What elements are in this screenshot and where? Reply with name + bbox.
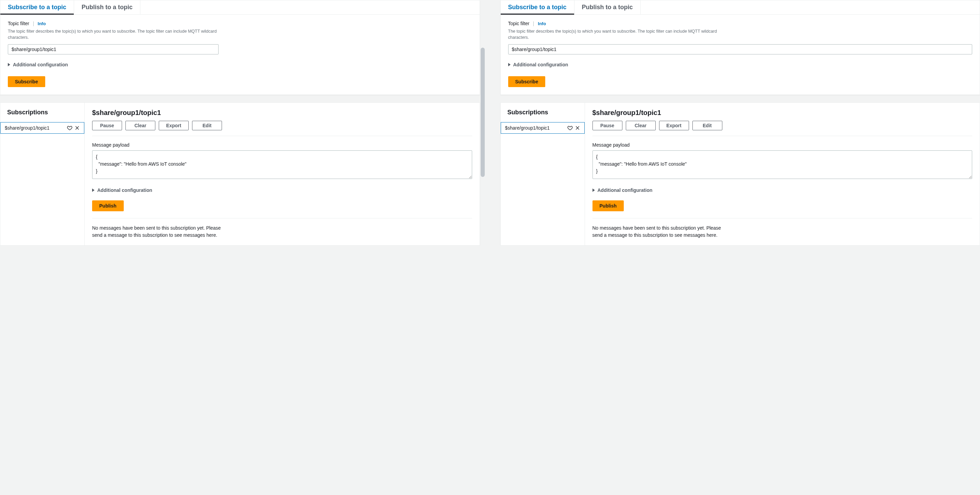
heart-icon[interactable] — [67, 125, 72, 131]
subscription-item[interactable]: $share/group1/topic1 — [0, 122, 84, 134]
additional-config-label-2: Additional configuration — [97, 187, 152, 193]
caret-right-icon — [8, 63, 10, 66]
additional-config-label-2: Additional configuration — [598, 187, 653, 193]
clear-button[interactable]: Clear — [126, 121, 155, 130]
payload-label: Message payload — [92, 142, 472, 148]
heart-icon[interactable] — [567, 125, 573, 131]
subscriptions-panel: Subscriptions $share/group1/topic1 $shar… — [0, 102, 480, 246]
caret-right-icon — [92, 188, 94, 192]
info-link[interactable]: Info — [38, 21, 46, 26]
payload-label: Message payload — [592, 142, 972, 148]
no-messages-text: No messages have been sent to this subsc… — [592, 225, 729, 239]
divider — [533, 21, 534, 26]
detail-title: $share/group1/topic1 — [592, 109, 972, 117]
pause-button[interactable]: Pause — [92, 121, 122, 130]
close-icon[interactable] — [575, 125, 580, 131]
additional-config-label: Additional configuration — [513, 62, 568, 67]
close-icon[interactable] — [75, 125, 80, 131]
tab-subscribe[interactable]: Subscribe to a topic — [0, 0, 74, 14]
clear-button[interactable]: Clear — [626, 121, 656, 130]
topic-filter-desc: The topic filter describes the topic(s) … — [508, 28, 719, 40]
tabs-bar: Subscribe to a topic Publish to a topic — [0, 0, 480, 14]
edit-button[interactable]: Edit — [192, 121, 222, 130]
scrollbar[interactable] — [480, 48, 485, 246]
subscribe-panel: Subscribe to a topic Publish to a topic … — [0, 0, 480, 95]
subscription-item[interactable]: $share/group1/topic1 — [501, 122, 585, 134]
publish-button[interactable]: Publish — [92, 200, 124, 211]
additional-config-toggle[interactable]: Additional configuration — [8, 62, 472, 67]
additional-config-toggle-2[interactable]: Additional configuration — [92, 187, 472, 193]
topic-filter-label: Topic filter — [508, 21, 530, 26]
subscriptions-title: Subscriptions — [0, 109, 84, 122]
subscription-item-name: $share/group1/topic1 — [505, 125, 550, 131]
tab-publish[interactable]: Publish to a topic — [74, 0, 140, 14]
publish-button[interactable]: Publish — [592, 200, 624, 211]
no-messages-text: No messages have been sent to this subsc… — [92, 225, 228, 239]
topic-filter-input[interactable] — [8, 44, 219, 54]
topic-filter-input[interactable] — [508, 44, 972, 54]
info-link[interactable]: Info — [538, 21, 546, 26]
topic-filter-desc: The topic filter describes the topic(s) … — [8, 28, 219, 40]
detail-title: $share/group1/topic1 — [92, 109, 472, 117]
additional-config-label: Additional configuration — [13, 62, 68, 67]
additional-config-toggle-2[interactable]: Additional configuration — [592, 187, 972, 193]
export-button[interactable]: Export — [159, 121, 189, 130]
subscriptions-panel: Subscriptions $share/group1/topic1 $shar… — [500, 102, 980, 246]
edit-button[interactable]: Edit — [692, 121, 722, 130]
subscribe-button[interactable]: Subscribe — [8, 76, 45, 87]
payload-textarea[interactable] — [592, 150, 972, 179]
export-button[interactable]: Export — [659, 121, 689, 130]
tab-subscribe[interactable]: Subscribe to a topic — [501, 0, 574, 14]
payload-textarea[interactable] — [92, 150, 472, 179]
tabs-bar: Subscribe to a topic Publish to a topic — [501, 0, 980, 14]
subscribe-button[interactable]: Subscribe — [508, 76, 546, 87]
caret-right-icon — [508, 63, 511, 66]
subscribe-panel: Subscribe to a topic Publish to a topic … — [500, 0, 980, 95]
subscription-item-name: $share/group1/topic1 — [5, 125, 49, 131]
topic-filter-label: Topic filter — [8, 21, 29, 26]
pause-button[interactable]: Pause — [592, 121, 622, 130]
tab-publish[interactable]: Publish to a topic — [574, 0, 641, 14]
additional-config-toggle[interactable]: Additional configuration — [508, 62, 972, 67]
caret-right-icon — [592, 188, 595, 192]
subscriptions-title: Subscriptions — [501, 109, 585, 122]
